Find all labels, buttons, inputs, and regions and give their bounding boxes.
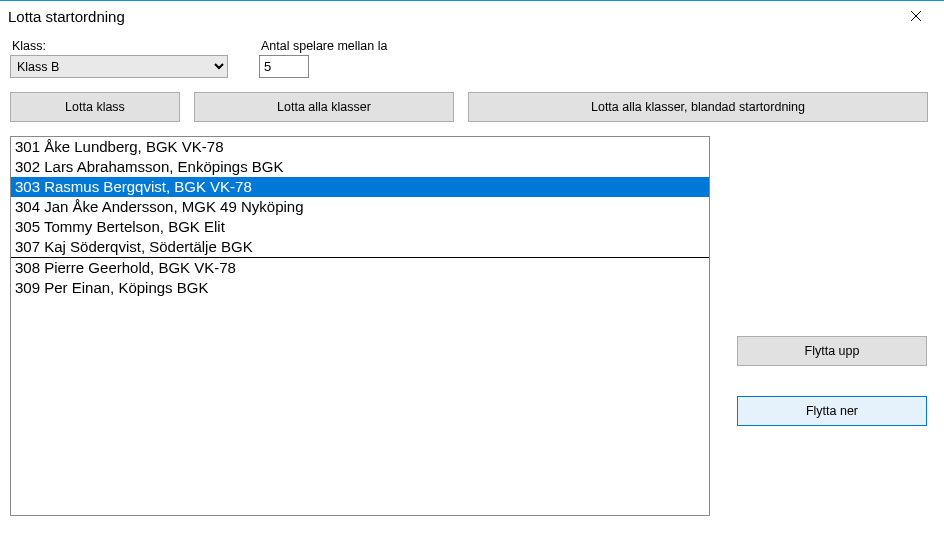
- window-title: Lotta startordning: [8, 8, 125, 25]
- lotta-klass-button[interactable]: Lotta klass: [10, 92, 180, 122]
- close-icon: [910, 10, 922, 22]
- close-button[interactable]: [896, 2, 936, 30]
- antal-field-group: Antal spelare mellan la: [259, 39, 387, 78]
- side-buttons: Flytta upp Flytta ner: [730, 136, 934, 516]
- list-item[interactable]: 303 Rasmus Bergqvist, BGK VK-78: [11, 177, 709, 197]
- lotta-alla-button[interactable]: Lotta alla klasser: [194, 92, 454, 122]
- lotta-blandad-button[interactable]: Lotta alla klasser, blandad startordning: [468, 92, 928, 122]
- list-item[interactable]: 304 Jan Åke Andersson, MGK 49 Nyköping: [11, 197, 709, 217]
- antal-input[interactable]: [259, 55, 309, 78]
- flytta-ner-button[interactable]: Flytta ner: [737, 396, 927, 426]
- titlebar: Lotta startordning: [0, 1, 944, 31]
- antal-label: Antal spelare mellan la: [259, 39, 387, 53]
- klass-select[interactable]: Klass B: [10, 55, 228, 78]
- flytta-upp-button[interactable]: Flytta upp: [737, 336, 927, 366]
- player-listbox[interactable]: 301 Åke Lundberg, BGK VK-78302 Lars Abra…: [10, 136, 710, 516]
- dialog-window: Lotta startordning Klass: Klass B Antal …: [0, 0, 944, 551]
- content-area: Klass: Klass B Antal spelare mellan la L…: [0, 31, 944, 551]
- list-item[interactable]: 307 Kaj Söderqvist, Södertälje BGK: [11, 237, 709, 257]
- klass-label: Klass:: [10, 39, 255, 53]
- klass-field-group: Klass: Klass B: [10, 39, 255, 78]
- list-item[interactable]: 308 Pierre Geerhold, BGK VK-78: [11, 258, 709, 278]
- form-row: Klass: Klass B Antal spelare mellan la: [10, 39, 934, 78]
- list-item[interactable]: 309 Per Einan, Köpings BGK: [11, 278, 709, 298]
- main-row: 301 Åke Lundberg, BGK VK-78302 Lars Abra…: [10, 136, 934, 516]
- list-item[interactable]: 305 Tommy Bertelson, BGK Elit: [11, 217, 709, 237]
- list-item[interactable]: 302 Lars Abrahamsson, Enköpings BGK: [11, 157, 709, 177]
- list-item[interactable]: 301 Åke Lundberg, BGK VK-78: [11, 137, 709, 157]
- lotta-buttons-row: Lotta klass Lotta alla klasser Lotta all…: [10, 92, 934, 122]
